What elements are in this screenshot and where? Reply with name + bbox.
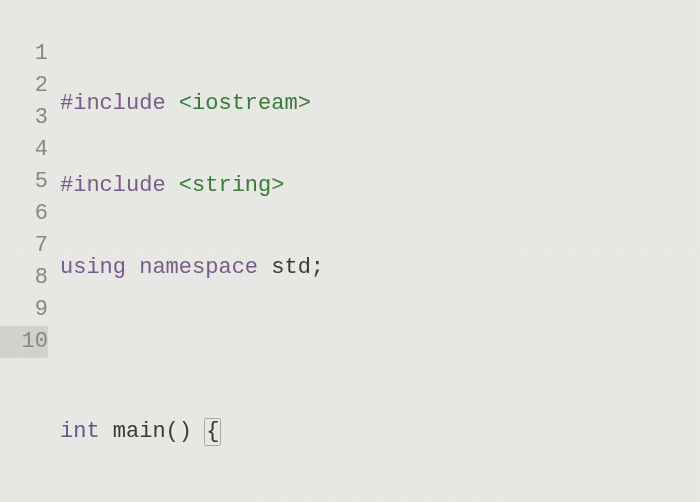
token-keyword: using (60, 255, 126, 280)
line-number: 3 (0, 102, 48, 134)
token-plain (126, 255, 139, 280)
line-number: 6 (0, 198, 48, 230)
token-include: <iostream> (179, 91, 311, 116)
code-line[interactable]: using namespace std; (60, 252, 700, 284)
token-include: <string> (179, 173, 285, 198)
token-bracket-focus: { (204, 418, 221, 446)
code-line[interactable]: int main() { (60, 416, 700, 448)
line-number: 8 (0, 262, 48, 294)
line-number: 4 (0, 134, 48, 166)
code-content[interactable]: #include <iostream> #include <string> us… (60, 38, 700, 502)
line-number: 10 (0, 326, 48, 358)
token-plain (166, 91, 179, 116)
line-number: 9 (0, 294, 48, 326)
line-number: 2 (0, 70, 48, 102)
code-line[interactable] (60, 334, 700, 366)
token-type: int (60, 419, 100, 444)
line-number: 5 (0, 166, 48, 198)
token-plain: std; (258, 255, 324, 280)
token-plain: main() (100, 419, 206, 444)
code-line[interactable]: #include <string> (60, 170, 700, 202)
token-plain (166, 173, 179, 198)
line-number: 1 (0, 38, 48, 70)
token-keyword: namespace (139, 255, 258, 280)
code-line[interactable]: #include <iostream> (60, 88, 700, 120)
line-number: 7 (0, 230, 48, 262)
code-editor[interactable]: 1 2 3 4 5 6 7 8 9 10 #include <iostream>… (0, 0, 700, 502)
token-preproc: #include (60, 91, 166, 116)
code-line[interactable] (60, 498, 700, 502)
token-preproc: #include (60, 173, 166, 198)
line-number-gutter: 1 2 3 4 5 6 7 8 9 10 (0, 38, 60, 502)
